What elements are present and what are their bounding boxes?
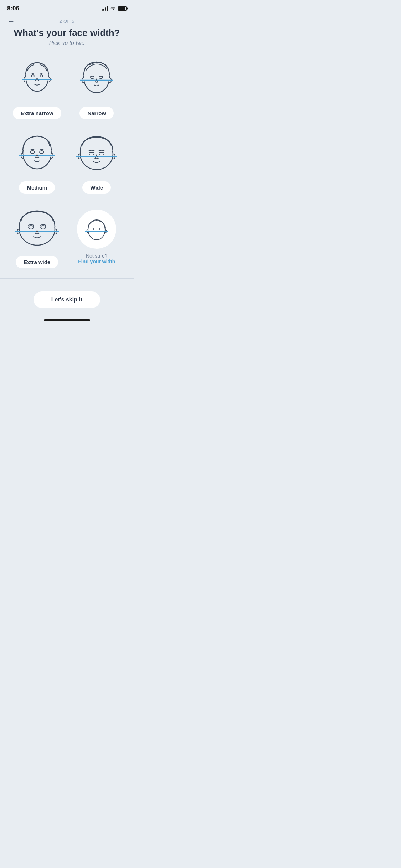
home-indicator bbox=[0, 315, 134, 324]
not-sure-text: Not sure? bbox=[86, 253, 108, 259]
status-icons bbox=[102, 6, 127, 11]
home-bar bbox=[44, 319, 90, 321]
header: ← 2 OF 5 bbox=[0, 16, 134, 25]
wifi-icon bbox=[110, 6, 116, 11]
wide-label[interactable]: Wide bbox=[82, 181, 111, 194]
face-option-extra-narrow[interactable]: Extra narrow bbox=[7, 52, 67, 126]
svg-point-26 bbox=[99, 228, 100, 230]
status-time: 8:06 bbox=[7, 5, 19, 12]
extra-wide-label[interactable]: Extra wide bbox=[16, 256, 58, 268]
page-title: What's your face width? bbox=[0, 25, 134, 40]
divider bbox=[0, 278, 134, 279]
faces-grid: Extra narrow bbox=[0, 52, 134, 275]
find-width-link[interactable]: Find your width bbox=[78, 259, 115, 264]
battery-icon bbox=[118, 6, 127, 11]
back-button[interactable]: ← bbox=[7, 17, 15, 26]
skip-section: Let's skip it bbox=[0, 281, 134, 315]
svg-point-25 bbox=[93, 228, 94, 230]
face-illustration-narrow bbox=[73, 56, 120, 103]
face-illustration-medium bbox=[14, 131, 60, 177]
face-option-wide[interactable]: Wide bbox=[67, 126, 127, 201]
not-sure-circle bbox=[77, 210, 116, 249]
face-illustration-extra-narrow bbox=[14, 56, 60, 103]
extra-narrow-label[interactable]: Extra narrow bbox=[13, 107, 61, 119]
face-illustration-extra-wide bbox=[14, 205, 60, 252]
narrow-label[interactable]: Narrow bbox=[79, 107, 114, 119]
face-option-narrow[interactable]: Narrow bbox=[67, 52, 127, 126]
face-illustration-wide bbox=[73, 131, 120, 177]
medium-label[interactable]: Medium bbox=[19, 181, 55, 194]
signal-icon bbox=[102, 6, 108, 11]
page-subtitle: Pick up to two bbox=[0, 40, 134, 52]
face-option-medium[interactable]: Medium bbox=[7, 126, 67, 201]
not-sure-section[interactable]: Not sure? Find your width bbox=[67, 201, 127, 275]
status-bar: 8:06 bbox=[0, 0, 134, 16]
face-option-extra-wide[interactable]: Extra wide bbox=[7, 201, 67, 275]
skip-button[interactable]: Let's skip it bbox=[34, 291, 100, 308]
step-indicator: 2 OF 5 bbox=[59, 19, 74, 24]
